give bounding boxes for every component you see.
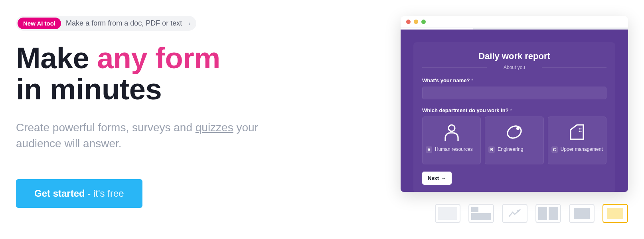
form-preview-body: Daily work report About you What's your … [401, 30, 628, 192]
question-name-label: What's your name? * [422, 77, 606, 83]
next-button[interactable]: Next → [422, 172, 452, 185]
option-label-a: Human resources [435, 146, 473, 153]
progress-bar [401, 28, 628, 30]
option-engineering[interactable]: B Engineering [485, 117, 543, 164]
option-key-b: B [488, 146, 495, 153]
page-headline: Make any form in minutes [16, 43, 303, 105]
q1-text: What's your name? [422, 77, 470, 83]
sub-link-quizzes[interactable]: quizzes [196, 121, 233, 134]
arrow-right-icon: → [441, 175, 446, 181]
q2-required: * [510, 107, 512, 113]
subheading: Create powerful forms, surveys and quizz… [16, 120, 271, 151]
svg-point-7 [517, 210, 519, 212]
q2-text: Which department do you work in? [422, 107, 509, 113]
form-preview-window: Daily work report About you What's your … [401, 16, 628, 192]
ai-promo-pill[interactable]: New AI tool Make a form from a doc, PDF … [16, 16, 196, 31]
option-label-b: Engineering [498, 146, 523, 153]
cta-light: - it's free [85, 188, 124, 199]
ai-badge: New AI tool [18, 18, 61, 29]
chevron-right-icon: › [188, 20, 190, 27]
svg-point-3 [579, 128, 580, 130]
name-input[interactable] [422, 87, 606, 99]
form-section-label: About you [422, 65, 606, 70]
window-close-icon [406, 20, 411, 24]
sub-before: Create powerful forms, surveys and [16, 121, 196, 134]
window-zoom-icon [421, 20, 426, 24]
headline-part2: in minutes [16, 73, 162, 106]
next-label: Next [428, 175, 439, 181]
template-thumb-1[interactable] [435, 204, 460, 223]
browser-chrome [401, 16, 628, 28]
svg-point-0 [448, 125, 455, 131]
svg-point-1 [505, 124, 523, 140]
q1-required: * [471, 77, 473, 83]
template-thumb-6[interactable] [603, 204, 628, 223]
ai-promo-text: Make a form from a doc, PDF or text [66, 19, 182, 28]
svg-point-2 [516, 127, 520, 130]
form-title: Daily work report [422, 51, 606, 61]
headline-highlight: any form [97, 41, 220, 75]
person-icon [442, 122, 461, 142]
tool-icon [505, 122, 524, 142]
template-thumb-5[interactable] [569, 204, 595, 223]
window-minimize-icon [414, 20, 418, 24]
option-key-a: A [426, 146, 432, 153]
option-human-resources[interactable]: A Human resources [422, 117, 481, 164]
get-started-button[interactable]: Get started - it's free [16, 179, 142, 208]
building-icon [567, 122, 587, 142]
option-key-c: C [551, 146, 558, 153]
template-thumb-2[interactable] [468, 204, 494, 223]
question-department-label: Which department do you work in? * [422, 107, 606, 113]
svg-point-4 [581, 128, 582, 130]
form-card: Daily work report About you What's your … [413, 42, 615, 192]
template-thumb-4[interactable] [535, 204, 561, 223]
headline-part1: Make [16, 41, 97, 75]
option-label-c: Upper management [561, 146, 603, 153]
cta-bold: Get started [34, 188, 85, 199]
svg-point-5 [579, 131, 580, 132]
template-thumbnails [435, 204, 628, 223]
department-options: A Human resources B Engineering [422, 117, 606, 164]
template-thumb-3[interactable] [502, 204, 527, 223]
option-upper-management[interactable]: C Upper management [548, 117, 606, 164]
svg-point-6 [581, 131, 582, 132]
